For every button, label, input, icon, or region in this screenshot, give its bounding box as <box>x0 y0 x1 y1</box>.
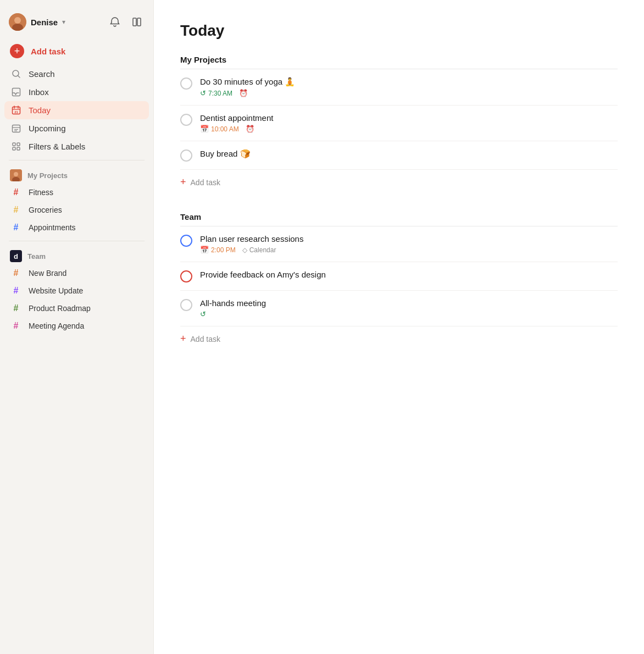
recurring-icon: ↺ <box>200 310 206 318</box>
sidebar-item-today[interactable]: 21 Today <box>4 101 149 119</box>
sidebar-item-filters[interactable]: Filters & Labels <box>4 137 149 156</box>
my-projects-header: My Projects <box>4 165 149 184</box>
hash-icon: # <box>10 321 22 331</box>
divider-1 <box>9 160 145 160</box>
notification-button[interactable] <box>107 14 123 30</box>
task-content-user-research: Plan user research sessions 📅 2:00 PM ◇ … <box>200 234 618 254</box>
calendar-icon: 📅 <box>200 246 209 254</box>
fitness-label: Fitness <box>29 188 53 197</box>
page-title: Today <box>180 22 618 40</box>
sidebar-item-groceries[interactable]: # Groceries <box>4 201 149 219</box>
task-title-yoga: Do 30 minutes of yoga 🧘 <box>200 77 618 87</box>
team-label: Team <box>27 252 46 261</box>
svg-point-1 <box>14 17 21 24</box>
task-checkbox-amy-design[interactable] <box>180 270 192 282</box>
add-task-label: Add task <box>31 47 65 56</box>
task-meta-yoga: ↺ 7:30 AM ⏰ <box>200 89 618 97</box>
inbox-icon <box>10 87 22 97</box>
hash-icon: # <box>10 223 22 232</box>
new-brand-label: New Brand <box>29 269 66 278</box>
task-time-dentist: 📅 10:00 AM <box>200 125 239 133</box>
plus-icon: + <box>180 176 186 188</box>
task-item-amy-design[interactable]: Provide feedback on Amy's design <box>180 262 618 291</box>
add-task-label: Add task <box>191 335 220 343</box>
task-time-value: 2:00 PM <box>211 246 236 254</box>
svg-point-22 <box>14 172 18 176</box>
task-item-dentist[interactable]: Dentist appointment 📅 10:00 AM ⏰ <box>180 106 618 141</box>
sidebar-item-product-roadmap[interactable]: # Product Roadmap <box>4 300 149 317</box>
svg-rect-19 <box>13 147 15 150</box>
meeting-agenda-label: Meeting Agenda <box>29 322 84 330</box>
task-item-all-hands[interactable]: All-hands meeting ↺ <box>180 291 618 326</box>
task-item-bread[interactable]: Buy bread 🍞 <box>180 141 618 170</box>
task-checkbox-yoga[interactable] <box>180 77 192 90</box>
recurring-icon: ↺ <box>200 89 206 97</box>
sidebar-item-appointments[interactable]: # Appointments <box>4 219 149 236</box>
search-icon <box>10 69 22 79</box>
sidebar-label-today: Today <box>29 106 51 115</box>
sidebar-label-filters: Filters & Labels <box>29 142 85 151</box>
svg-rect-20 <box>17 147 20 150</box>
task-title-amy-design: Provide feedback on Amy's design <box>200 270 618 279</box>
task-checkbox-bread[interactable] <box>180 149 192 162</box>
chevron-down-icon: ▾ <box>62 18 65 26</box>
groceries-label: Groceries <box>29 206 62 214</box>
section-title-team: Team <box>180 212 618 221</box>
task-title-dentist: Dentist appointment <box>200 113 618 123</box>
task-time-yoga: ↺ 7:30 AM <box>200 89 232 97</box>
task-content-dentist: Dentist appointment 📅 10:00 AM ⏰ <box>200 113 618 133</box>
svg-rect-3 <box>133 18 136 26</box>
appointments-label: Appointments <box>29 223 76 232</box>
my-projects-label: My Projects <box>27 171 68 180</box>
svg-rect-7 <box>12 88 20 96</box>
sidebar-item-fitness[interactable]: # Fitness <box>4 184 149 201</box>
filters-icon <box>10 142 22 151</box>
team-avatar: d <box>10 250 22 262</box>
sidebar-header: Denise ▾ <box>0 9 153 40</box>
task-item-user-research[interactable]: Plan user research sessions 📅 2:00 PM ◇ … <box>180 226 618 262</box>
team-header: d Team <box>4 246 149 264</box>
layout-button[interactable] <box>129 14 145 30</box>
website-update-label: Website Update <box>29 286 83 295</box>
sidebar-item-upcoming[interactable]: Upcoming <box>4 119 149 137</box>
task-title-user-research: Plan user research sessions <box>200 234 618 243</box>
task-content-bread: Buy bread 🍞 <box>200 149 618 161</box>
sidebar-item-website-update[interactable]: # Website Update <box>4 282 149 300</box>
task-item-yoga[interactable]: Do 30 minutes of yoga 🧘 ↺ 7:30 AM ⏰ <box>180 69 618 106</box>
add-task-row-team[interactable]: + Add task <box>180 326 618 351</box>
sidebar-item-meeting-agenda[interactable]: # Meeting Agenda <box>4 317 149 335</box>
alarm-icon: ⏰ <box>239 89 248 97</box>
hash-icon: # <box>10 303 22 313</box>
sidebar-item-inbox[interactable]: Inbox <box>4 83 149 101</box>
task-meta-all-hands: ↺ <box>200 310 618 318</box>
add-task-button[interactable]: + Add task <box>4 40 149 63</box>
task-meta-user-research: 📅 2:00 PM ◇ Calendar <box>200 246 618 254</box>
team-tasks: Team Plan user research sessions 📅 2:00 … <box>180 212 618 351</box>
task-title-bread: Buy bread 🍞 <box>200 149 618 159</box>
product-roadmap-label: Product Roadmap <box>29 304 91 313</box>
sidebar-label-search: Search <box>29 69 55 79</box>
alarm-icon: ⏰ <box>246 125 254 133</box>
my-projects-avatar <box>10 169 22 181</box>
add-task-label: Add task <box>191 178 220 187</box>
add-task-row-projects[interactable]: + Add task <box>180 170 618 195</box>
sidebar-item-new-brand[interactable]: # New Brand <box>4 264 149 282</box>
divider-2 <box>9 241 145 241</box>
upcoming-icon <box>10 124 22 133</box>
task-checkbox-user-research[interactable] <box>180 235 192 247</box>
task-time-user-research: 📅 2:00 PM <box>200 246 236 254</box>
svg-rect-18 <box>17 143 20 146</box>
task-content-amy-design: Provide feedback on Amy's design <box>200 270 618 281</box>
label-text: Calendar <box>249 246 276 254</box>
sidebar-item-search[interactable]: Search <box>4 65 149 83</box>
task-content-yoga: Do 30 minutes of yoga 🧘 ↺ 7:30 AM ⏰ <box>200 77 618 97</box>
task-checkbox-all-hands[interactable] <box>180 299 192 311</box>
svg-rect-4 <box>137 18 141 26</box>
plus-icon: + <box>180 333 186 345</box>
today-icon: 21 <box>10 106 22 115</box>
task-checkbox-dentist[interactable] <box>180 114 192 126</box>
user-menu[interactable]: Denise ▾ <box>9 13 65 31</box>
hash-icon: # <box>10 205 22 215</box>
task-label-calendar: ◇ Calendar <box>242 246 276 254</box>
calendar-icon: 📅 <box>200 125 209 133</box>
